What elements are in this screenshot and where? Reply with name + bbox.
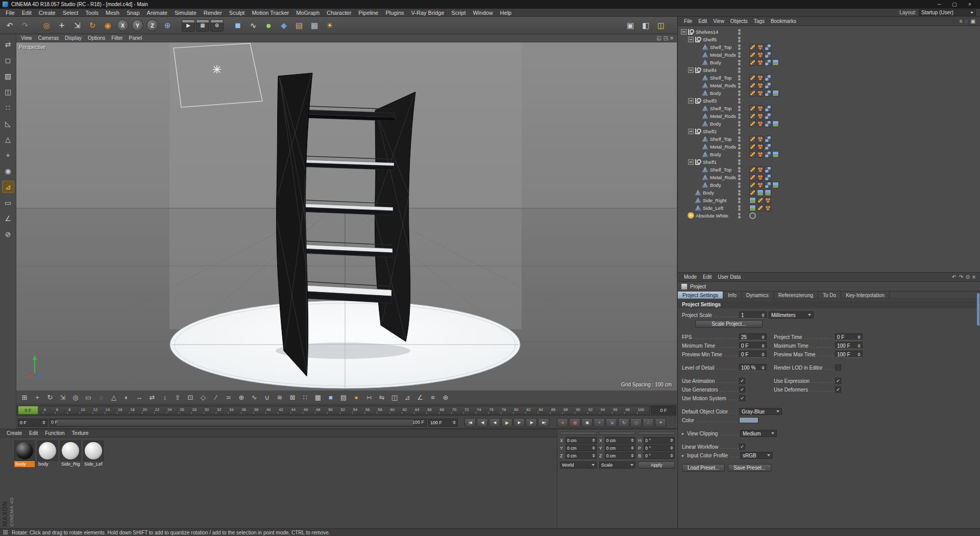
expand-toggle[interactable] — [695, 90, 701, 96]
history-forward-icon[interactable]: ↷ — [959, 274, 963, 280]
object-row[interactable]: Shelf2 — [678, 128, 980, 135]
size-x-field[interactable]: 0 cm — [605, 437, 636, 444]
tag-icon[interactable] — [765, 205, 771, 211]
level-of-detail-field[interactable]: 100 % — [739, 364, 767, 371]
tag-icon[interactable] — [765, 105, 771, 112]
object-label[interactable]: Body — [710, 182, 721, 188]
ruler-tick[interactable]: 54 — [352, 406, 364, 414]
menu-item[interactable]: Character — [323, 10, 355, 16]
knife-tool[interactable]: ∕ — [210, 392, 222, 403]
visibility-dots[interactable] — [738, 44, 741, 50]
object-label[interactable]: Metal_Rods — [710, 175, 736, 180]
project-time-field[interactable]: 0 F — [835, 333, 863, 340]
ruler-tick[interactable]: 74 — [476, 406, 488, 414]
visibility-dots[interactable] — [738, 129, 741, 134]
viewport-menu-item[interactable]: Filter — [108, 35, 126, 41]
linear-workflow-checkbox[interactable]: ✓ — [739, 444, 745, 450]
ruler-tick[interactable]: 24 — [166, 406, 179, 414]
size-z-field[interactable]: 0 cm — [605, 452, 636, 459]
expand-toggle[interactable] — [695, 144, 701, 150]
tag-icon[interactable] — [765, 174, 771, 181]
object-label[interactable]: Shelf_Top — [710, 44, 731, 50]
menu-item[interactable]: Help — [497, 10, 516, 16]
scale-project-button[interactable]: Scale Project... — [695, 320, 763, 328]
extrude-inner-tool[interactable]: ⊡ — [184, 392, 197, 403]
expand-toggle[interactable] — [695, 167, 701, 173]
quantize-button[interactable]: ∠ — [2, 212, 14, 225]
workplane-mode-button[interactable]: ◫ — [2, 86, 14, 98]
object-label[interactable]: Body — [710, 121, 721, 127]
record-pla-toggle[interactable]: ∴ — [643, 418, 654, 427]
tag-icon[interactable] — [757, 113, 764, 119]
menu-item[interactable]: Create — [35, 10, 59, 16]
save-preset-button[interactable]: Save Preset... — [728, 464, 771, 472]
expand-toggle[interactable] — [681, 29, 687, 35]
enable-axis-button[interactable]: + — [2, 149, 14, 161]
tag-icon[interactable] — [757, 105, 764, 112]
tag-icon[interactable] — [765, 182, 771, 188]
object-manager-menu-item[interactable]: Tags — [751, 18, 768, 24]
lock-y-axis-button[interactable]: Y — [132, 19, 143, 31]
snap-settings-button[interactable]: ◧ — [639, 18, 653, 33]
material-thumbnail[interactable] — [60, 441, 81, 461]
expand-toggle[interactable] — [695, 52, 701, 58]
current-frame-field[interactable]: 0 F — [18, 419, 47, 427]
material-item[interactable]: Side_Rig — [60, 441, 82, 467]
timeline-ruler[interactable]: 0246810121416182022242628303234363840424… — [17, 406, 650, 415]
tag-icon[interactable] — [749, 136, 756, 142]
object-label[interactable]: Body — [703, 190, 714, 196]
points-mode-button[interactable]: ∷ — [2, 102, 14, 114]
object-label[interactable]: Shelf1 — [703, 159, 717, 165]
visibility-dots[interactable] — [738, 136, 741, 142]
material-name[interactable]: Side_Lef — [83, 461, 104, 467]
tag-icon[interactable] — [749, 105, 756, 112]
object-label[interactable]: Shelves14 — [696, 29, 718, 35]
tag-icon[interactable] — [765, 143, 771, 150]
stepper[interactable] — [857, 353, 861, 356]
rotation-h-field[interactable]: 0 ° — [644, 437, 675, 444]
tag-icon[interactable] — [757, 52, 764, 58]
render-settings-button[interactable]: ⊛ — [210, 19, 224, 32]
ruler-tick[interactable]: 90 — [575, 406, 587, 414]
tag-icon[interactable] — [749, 113, 756, 119]
tag-icon[interactable] — [765, 151, 771, 158]
default-object-color-dropdown[interactable]: Gray-Blue — [739, 408, 782, 415]
position-mode-dropdown[interactable]: World — [560, 461, 597, 469]
ruler-tick[interactable]: 62 — [402, 406, 414, 414]
apply-button[interactable]: Apply — [638, 461, 675, 469]
menu-item[interactable]: Tools — [82, 10, 102, 16]
goto-start-button[interactable]: |◀ — [464, 418, 476, 427]
viewport-3d-scene[interactable] — [16, 42, 677, 391]
ruler-tick[interactable]: 26 — [179, 406, 191, 414]
ruler-tick[interactable]: 50 — [327, 406, 339, 414]
preview-min-time-field[interactable]: 0 F — [739, 351, 767, 358]
tag-icon[interactable] — [757, 136, 764, 142]
rectangle-selection-tool[interactable]: ▭ — [82, 392, 94, 403]
scale-tool[interactable]: ⇲ — [70, 18, 84, 33]
ruler-tick[interactable]: 92 — [587, 406, 600, 414]
scale-tool-small[interactable]: ⇲ — [57, 392, 69, 403]
stepper[interactable] — [670, 438, 673, 442]
frame-stepper[interactable] — [453, 421, 456, 424]
maximize-button[interactable]: ▢ — [947, 0, 962, 9]
panel-menu-icon[interactable]: ≡ — [972, 274, 975, 280]
menu-item[interactable]: Select — [59, 10, 82, 16]
viewport-canvas[interactable]: Perspective Grid Spacing : 100 cm — [16, 42, 677, 391]
viewport-label[interactable]: Perspective — [19, 44, 45, 50]
add-cube-button[interactable]: ■ — [231, 18, 245, 33]
visibility-dots[interactable] — [738, 37, 741, 42]
tag-icon[interactable] — [757, 90, 764, 96]
visibility-dots[interactable] — [738, 52, 741, 58]
tag-icon[interactable] — [757, 182, 764, 188]
object-label[interactable]: Metal_Rods — [710, 83, 736, 88]
menu-item[interactable]: Window — [469, 10, 496, 16]
object-row[interactable]: Body — [678, 89, 980, 97]
viewport-menu-item[interactable]: Panel — [126, 35, 145, 41]
tag-icon[interactable] — [772, 151, 779, 158]
ruler-tick[interactable]: 14 — [105, 406, 117, 414]
attribute-menu-item[interactable]: Edit — [700, 274, 715, 280]
ruler-tick[interactable]: 22 — [154, 406, 166, 414]
ruler-tick[interactable]: 4 — [43, 406, 55, 414]
bridge-tool[interactable]: ≍ — [223, 392, 235, 403]
expand-toggle[interactable] — [695, 121, 701, 127]
